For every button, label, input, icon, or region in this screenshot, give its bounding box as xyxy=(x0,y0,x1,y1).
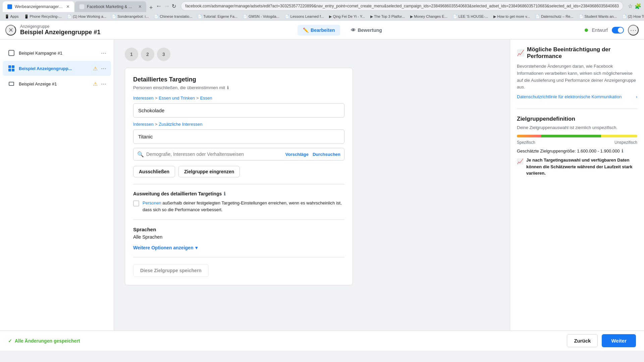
nav-center: ✏️ Bearbeiten 👁 Bewertung xyxy=(104,25,580,36)
interest-path-1[interactable]: Interessen > Essen und Trinken > Essen xyxy=(133,96,344,101)
sidebar-item-anzeige[interactable]: Beispiel Anzeige #1 ⚠ ⋯ xyxy=(3,76,111,91)
anzeigengruppe-more-icon[interactable]: ⋯ xyxy=(101,65,106,72)
check-icon: ✓ xyxy=(8,338,12,344)
saved-label: Alle Änderungen gespeichert xyxy=(15,338,80,344)
info-icon-subtitle: ℹ xyxy=(227,85,229,90)
bottom-actions: Zurück Weiter xyxy=(567,334,636,347)
bookmark-10[interactable]: ▶ The Top 3 Platfor... xyxy=(368,14,407,19)
audience-bar-green xyxy=(541,135,601,137)
zielgruppe-eingrenzen-button[interactable]: Zielgruppe eingrenzen xyxy=(178,166,240,177)
anzeige-warning-icon: ⚠ xyxy=(93,81,98,87)
expansion-text-link[interactable]: Personen xyxy=(143,200,161,205)
interest-path-2-part2: Zusätzliche Interessen xyxy=(159,122,202,127)
adset-icon xyxy=(7,64,15,72)
audience-size-info-icon[interactable]: ℹ xyxy=(622,148,623,154)
expansion-checkbox[interactable] xyxy=(133,200,139,206)
tab-close-btn[interactable]: × xyxy=(66,4,69,9)
tab2-favicon xyxy=(79,4,84,9)
bookmark-8[interactable]: 📄 Lessons Learned f... xyxy=(283,14,326,19)
tab2-close-btn[interactable]: × xyxy=(139,4,142,9)
languages-value: Alle Sprachen xyxy=(133,234,344,240)
back-button[interactable]: Zurück xyxy=(567,334,598,347)
bookmark-11[interactable]: ▶ Money Changes E... xyxy=(408,14,449,19)
sidebar-item-kampagne[interactable]: Beispiel Kampagne #1 ⋯ xyxy=(3,46,111,60)
bookmark-3[interactable]: 📄 (1) How Working a... xyxy=(65,14,108,19)
tag-schokolade: Schokolade xyxy=(133,103,344,118)
toggle-circle xyxy=(618,27,623,33)
bookmark-6[interactable]: 📄 Tutorial: Eigene Fa... xyxy=(196,14,239,19)
search-wrapper: 🔍 Vorschläge Durchsuchen xyxy=(133,148,344,161)
audience-bar-container xyxy=(517,135,637,137)
label-unspezifisch: Unspezifisch xyxy=(614,140,637,145)
close-button[interactable]: ✕ xyxy=(5,25,16,36)
bookmark-2[interactable]: 📱 Phone Recycling-... xyxy=(22,14,64,19)
more-options-button[interactable]: ⋯ xyxy=(628,25,639,36)
divider-2 xyxy=(133,220,344,220)
bearbeiten-label: Bearbeiten xyxy=(311,27,335,33)
bookmark-5[interactable]: 📄 Chinese translatio... xyxy=(152,14,194,19)
ausschliessen-button[interactable]: Ausschließen xyxy=(133,166,175,177)
toggle-button[interactable] xyxy=(612,27,624,34)
datenschutz-label: Datenschutzrichtlinie für elektronische … xyxy=(517,94,622,99)
anzeigengruppe-label: Beispiel Anzeigengrupp... xyxy=(19,66,90,71)
section-title: Detailliertes Targeting xyxy=(133,76,344,83)
preview-icon: 👁 xyxy=(351,27,356,33)
reload-button[interactable]: ↻ xyxy=(172,3,176,9)
back-nav-button[interactable]: ← xyxy=(156,3,162,10)
kampagne-more-icon[interactable]: ⋯ xyxy=(101,50,106,56)
bookmark-12[interactable]: 📄 LEE 'S HOUSE-... xyxy=(451,14,490,19)
audience-labels: Spezifisch Unspezifisch xyxy=(517,140,637,145)
bookmark-15[interactable]: 📄 Student Wants an... xyxy=(577,14,619,19)
bookmark-7[interactable]: 📄 GMSN - Vologda... xyxy=(241,14,281,19)
more-options-label: Weitere Optionen anzeigen xyxy=(133,245,193,250)
audience-note-icon: 📈 xyxy=(517,158,524,166)
bewertung-button[interactable]: 👁 Bewertung xyxy=(345,25,387,36)
bookmark-16[interactable]: 📄 (2) How To Add A... xyxy=(620,14,644,19)
panel-divider xyxy=(517,109,637,109)
audience-note-text: Je nach Targetingauswahl und verfügbaren… xyxy=(526,157,637,177)
datenschutz-link[interactable]: Datenschutzrichtlinie für elektronische … xyxy=(517,94,637,99)
interest-path-2[interactable]: Interessen > Zusätzliche Interessen xyxy=(133,122,344,127)
active-tab[interactable]: Werbeanzeigenmanager - We... × xyxy=(3,1,74,12)
more-options-button[interactable]: Weitere Optionen anzeigen ▾ xyxy=(133,245,198,250)
main-layout: Beispiel Kampagne #1 ⋯ Beispiel Anzeigen… xyxy=(0,40,644,330)
sidebar-item-anzeigengruppe[interactable]: Beispiel Anzeigengrupp... ⚠ ⋯ xyxy=(3,61,111,76)
next-button[interactable]: Weiter xyxy=(602,334,636,347)
bearbeiten-button[interactable]: ✏️ Bearbeiten xyxy=(298,25,340,36)
performance-section: 📈 Mögliche Beeinträchtigung der Performa… xyxy=(517,46,637,99)
new-tab-button[interactable]: + xyxy=(147,3,155,12)
bewertung-label: Bewertung xyxy=(358,27,382,33)
address-bar[interactable]: facebook.com/adsmanager/manage/adsets/ed… xyxy=(181,1,623,11)
anzeigengruppe-warning-icon: ⚠ xyxy=(93,65,98,72)
saved-status: ✓ Alle Änderungen gespeichert xyxy=(8,338,80,344)
audience-definition-section: Zielgruppendefinition Deine Zielgruppena… xyxy=(517,116,637,177)
durchsuchen-button[interactable]: Durchsuchen xyxy=(313,152,340,157)
audience-bar-yellow xyxy=(601,135,637,137)
bookmark-4[interactable]: 📄 Sonderangebot: i... xyxy=(110,14,151,19)
languages-title: Sprachen xyxy=(133,227,344,232)
save-zielgruppe-button[interactable]: Diese Zielgruppe speichern xyxy=(133,264,209,277)
star-icon: ☆ xyxy=(628,3,633,9)
apps-bookmark[interactable]: 📱 Apps xyxy=(3,14,21,19)
step-1-indicator: 1 xyxy=(125,48,138,61)
vorschlaege-button[interactable]: Vorschläge xyxy=(285,152,309,157)
audience-bar-red xyxy=(517,135,541,137)
forward-nav-button[interactable]: → xyxy=(164,3,170,10)
nav-right: Entwurf ⋯ xyxy=(585,25,639,36)
performance-title-text: Mögliche Beeinträchtigung der Performanc… xyxy=(527,46,637,60)
section-subtitle-text: Personen einschließen, die übereinstimme… xyxy=(133,85,225,90)
expansion-text: Personen außerhalb deiner festgelegten T… xyxy=(143,200,344,213)
divider-3 xyxy=(133,257,344,257)
performance-icon: 📈 xyxy=(517,49,524,57)
inactive-tab[interactable]: Facebook Marketing & Werbe... × xyxy=(75,1,146,12)
interest-path-1-part3: Essen xyxy=(200,96,212,101)
nav-title: Beispiel Anzeigengruppe #1 xyxy=(20,29,100,36)
inactive-tab-label: Facebook Marketing & Werbe... xyxy=(87,4,136,9)
bookmark-13[interactable]: ▶ How to get more v... xyxy=(491,14,532,19)
bookmark-14[interactable]: 📄 Datenschutz – Re... xyxy=(533,14,576,19)
right-panel: 📈 Mögliche Beeinträchtigung der Performa… xyxy=(510,40,644,330)
performance-title: 📈 Mögliche Beeinträchtigung der Performa… xyxy=(517,46,637,60)
bookmark-9[interactable]: ▶ Qing Fei De Yi - Y... xyxy=(327,14,367,19)
anzeige-more-icon[interactable]: ⋯ xyxy=(101,81,106,87)
search-actions: Vorschläge Durchsuchen xyxy=(285,152,340,157)
